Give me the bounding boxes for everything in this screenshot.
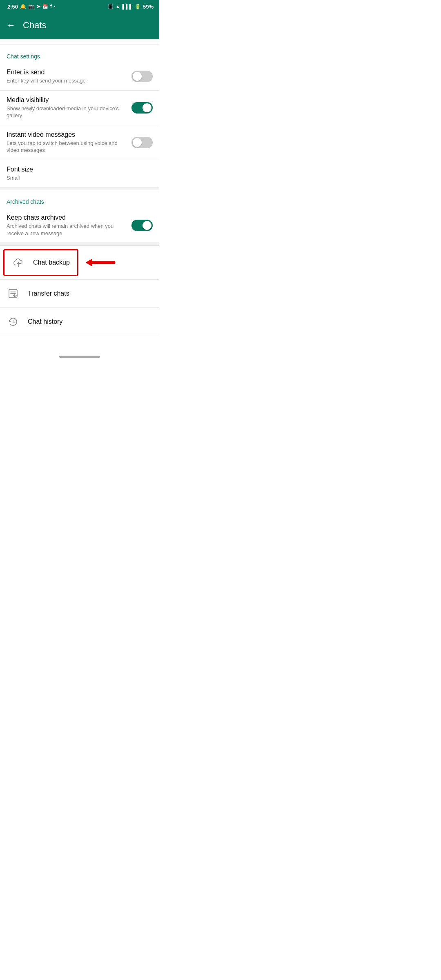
weather-icon: 🔔 [20,4,26,9]
media-visibility-toggle[interactable] [131,102,153,114]
keep-chats-archived-toggle[interactable] [131,220,153,231]
header: ← Chats [0,13,159,39]
instant-video-messages-title: Instant video messages [7,131,127,138]
enter-is-send-subtitle: Enter key will send your message [7,77,127,85]
chat-history-icon [7,315,20,328]
instagram-icon: 📷 [28,4,34,9]
wifi-icon: ▲ [116,4,120,9]
status-left: 2:50 🔔 📷 ➤ 📅 f • [7,4,56,10]
vibrate-icon: 📳 [107,4,114,9]
enter-is-send-title: Enter is send [7,69,127,76]
transfer-chats-item[interactable]: Transfer chats [0,280,159,307]
signal-icon: ▌▌▌ [122,4,133,9]
font-size-value: Small [7,174,153,182]
transfer-chats-icon [7,287,20,300]
telegram-icon: ➤ [36,4,40,9]
instant-video-messages-toggle[interactable] [131,137,153,148]
facebook-icon: f [50,4,52,9]
status-time: 2:50 [7,4,18,10]
dot-icon: • [54,4,56,9]
calendar-icon: 📅 [42,4,48,9]
svg-marker-3 [86,258,92,267]
chat-settings-section-header: Chat settings [0,45,159,63]
bottom-bar [0,352,159,359]
chat-backup-label: Chat backup [33,259,70,266]
battery-level: 59% [143,4,154,10]
keep-chats-archived-item[interactable]: Keep chats archived Archived chats will … [0,208,159,243]
font-size-title: Font size [7,166,153,173]
chat-history-label: Chat history [28,318,62,325]
keep-chats-archived-subtitle: Archived chats will remain archived when… [7,223,127,237]
transfer-chats-label: Transfer chats [28,290,69,297]
bottom-home-indicator [59,356,100,358]
status-bar: 2:50 🔔 📷 ➤ 📅 f • 📳 ▲ ▌▌▌ 🔋 59% [0,0,159,13]
font-size-item[interactable]: Font size Small [0,160,159,187]
enter-is-send-toggle[interactable] [131,71,153,82]
chat-backup-icon [12,256,25,269]
status-right: 📳 ▲ ▌▌▌ 🔋 59% [107,4,154,10]
enter-is-send-item[interactable]: Enter is send Enter key will send your m… [0,63,159,90]
section-divider-archived [0,187,159,190]
red-arrow [83,255,116,270]
chat-backup-item[interactable]: Chat backup [3,249,78,276]
chat-history-item[interactable]: Chat history [0,308,159,336]
section-divider-menu [0,243,159,246]
media-visibility-item[interactable]: Media visibility Show newly downloaded m… [0,91,159,125]
instant-video-messages-subtitle: Lets you tap to switch between using voi… [7,140,127,154]
keep-chats-archived-title: Keep chats archived [7,214,127,221]
archived-chats-section-header: Archived chats [0,190,159,208]
instant-video-messages-item[interactable]: Instant video messages Lets you tap to s… [0,125,159,160]
media-visibility-title: Media visibility [7,96,127,104]
battery-icon: 🔋 [135,4,141,9]
page-title: Chats [23,20,46,31]
media-visibility-subtitle: Show newly downloaded media in your devi… [7,105,127,119]
back-button[interactable]: ← [7,20,16,31]
